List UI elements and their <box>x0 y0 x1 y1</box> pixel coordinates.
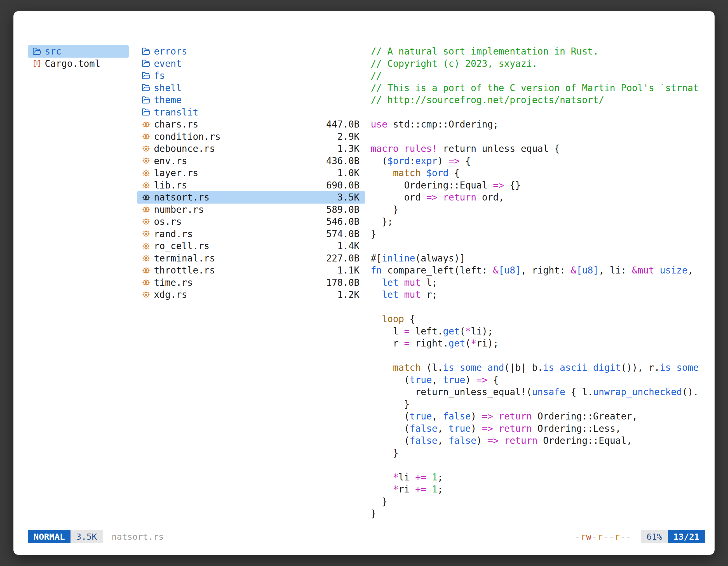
rust-icon: R <box>142 181 151 190</box>
code-line: use std::cmp::Ordering; <box>371 118 705 131</box>
code-line: #[inline(always)] <box>371 252 705 265</box>
svg-text:R: R <box>145 196 147 200</box>
file-row[interactable]: Rterminal.rs227.0B <box>137 252 365 265</box>
permission-char: r <box>597 531 603 542</box>
code-line: }; <box>371 216 705 228</box>
file-row[interactable]: Rro_cell.rs1.4K <box>137 240 365 252</box>
code-line: // This is a port of the C version of Ma… <box>371 82 705 94</box>
file-size-chip: 3.5K <box>71 530 103 543</box>
preview-pane: // A natural sort implementation in Rust… <box>371 45 705 520</box>
file-name: lib.rs <box>154 180 187 191</box>
scroll-percent-chip: 61% <box>641 530 668 543</box>
file-row[interactable]: Rlib.rs690.0B <box>137 179 365 192</box>
file-row[interactable]: Rnumber.rs589.0B <box>137 204 365 216</box>
code-line: ($ord:expr) => { <box>371 155 705 167</box>
file-row[interactable]: Renv.rs436.0B <box>137 155 365 167</box>
file-name: theme <box>154 95 182 105</box>
file-name: layer.rs <box>154 168 198 179</box>
file-size: 447.0B <box>321 119 360 130</box>
file-name: throttle.rs <box>154 265 215 276</box>
svg-text:R: R <box>145 293 147 297</box>
file-size: 227.0B <box>321 253 360 264</box>
status-bar: NORMAL 3.5K natsort.rs -rw-r--r-- 61% 13… <box>28 530 705 543</box>
yazi-window: srcCargo.toml errorseventfsshellthemetra… <box>13 11 715 555</box>
file-row[interactable]: theme <box>137 94 365 106</box>
folder-open-icon <box>142 83 151 92</box>
permission-char: - <box>620 531 626 542</box>
parent-pane: srcCargo.toml <box>28 45 129 70</box>
file-name: shell <box>154 83 182 93</box>
rust-icon: R <box>142 290 151 299</box>
code-line: // <box>371 70 705 82</box>
svg-text:R: R <box>145 123 147 127</box>
file-name: terminal.rs <box>154 253 215 264</box>
file-row[interactable]: Rcondition.rs2.9K <box>137 131 365 143</box>
code-line: let mut r; <box>371 288 705 301</box>
file-row[interactable]: Rtime.rs178.0B <box>137 277 365 289</box>
svg-text:R: R <box>145 220 147 224</box>
permission-char: r <box>580 531 586 542</box>
code-line <box>371 131 705 143</box>
file-row[interactable]: Rchars.rs447.0B <box>137 118 365 131</box>
code-line: Ordering::Equal => {} <box>371 179 705 192</box>
code-line: } <box>371 204 705 216</box>
file-size: 178.0B <box>321 277 360 288</box>
code-line: } <box>371 508 705 520</box>
file-name: rand.rs <box>154 229 193 240</box>
svg-text:R: R <box>145 281 147 285</box>
file-row[interactable]: Rdebounce.rs1.3K <box>137 143 365 155</box>
parent-dir-item[interactable]: src <box>28 45 129 58</box>
file-row[interactable]: Rthrottle.rs1.1K <box>137 264 365 277</box>
permission-char: - <box>609 531 614 542</box>
code-line: *li += 1; <box>371 471 705 483</box>
file-name: chars.rs <box>154 119 198 130</box>
rust-icon: R <box>142 254 151 263</box>
parent-dir-item[interactable]: Cargo.toml <box>28 58 129 70</box>
permission-char: - <box>575 531 580 542</box>
status-bar-right: -rw-r--r-- 61% 13/21 <box>575 530 705 543</box>
file-row[interactable]: Rnatsort.rs3.5K <box>137 191 365 204</box>
file-row[interactable]: Rxdg.rs1.2K <box>137 288 365 301</box>
file-size: 2.9K <box>332 131 360 142</box>
file-row[interactable]: Ros.rs546.0B <box>137 216 365 228</box>
code-line: // A natural sort implementation in Rust… <box>371 45 705 58</box>
status-bar-left: NORMAL 3.5K natsort.rs <box>28 530 164 543</box>
code-line <box>371 349 705 362</box>
rust-icon: R <box>142 205 151 214</box>
status-filename: natsort.rs <box>112 532 164 542</box>
folder-open-icon <box>142 108 151 117</box>
code-line <box>371 240 705 252</box>
svg-text:R: R <box>145 159 147 163</box>
code-line: (false, true) => return Ordering::Less, <box>371 422 705 435</box>
file-name: Cargo.toml <box>45 58 100 69</box>
code-line: } <box>371 228 705 240</box>
svg-text:R: R <box>145 232 147 236</box>
code-line: } <box>371 447 705 459</box>
file-row[interactable]: Rrand.rs574.0B <box>137 228 365 240</box>
svg-text:R: R <box>145 147 147 151</box>
code-line: (true, true) => { <box>371 374 705 386</box>
folder-open-icon <box>142 96 151 105</box>
file-row[interactable]: shell <box>137 82 365 94</box>
svg-text:R: R <box>145 171 147 175</box>
rust-icon: R <box>142 242 151 251</box>
file-name: fs <box>154 70 165 81</box>
folder-open-icon <box>142 59 151 68</box>
file-size: 3.5K <box>332 192 360 203</box>
code-line: } <box>371 398 705 410</box>
file-row[interactable]: Rlayer.rs1.0K <box>137 167 365 179</box>
file-name: debounce.rs <box>154 143 215 154</box>
file-row[interactable]: translit <box>137 106 365 119</box>
code-line: match (l.is_some_and(|b| b.is_ascii_digi… <box>371 361 705 374</box>
permission-char: - <box>603 531 609 542</box>
file-name: errors <box>154 46 187 57</box>
file-row[interactable]: event <box>137 58 365 70</box>
file-size: 1.2K <box>332 289 360 300</box>
folder-open-icon <box>142 47 151 56</box>
file-row[interactable]: fs <box>137 70 365 82</box>
rust-icon: R <box>142 120 151 129</box>
permission-char: r <box>614 531 620 542</box>
file-size: 1.4K <box>332 241 360 252</box>
cursor-position-badge: 13/21 <box>668 530 705 543</box>
file-row[interactable]: errors <box>137 45 365 58</box>
